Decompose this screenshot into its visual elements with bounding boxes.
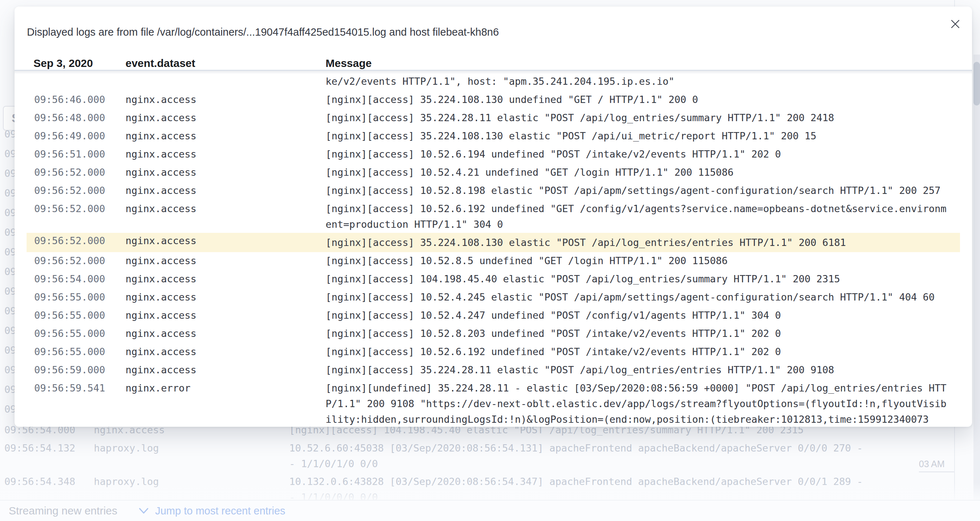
log-row-timestamp: 09:56:54.000 [34,271,105,287]
log-row-timestamp: 09:56:52.000 [34,253,105,269]
log-row-dataset: nginx.access [126,128,196,144]
log-file-flyout: Displayed logs are from file /var/log/co… [14,6,972,427]
log-row-timestamp: 09:56:52.000 [34,164,105,180]
log-row-timestamp: 09:56:55.000 [34,308,105,323]
column-header-message: Message [326,57,372,70]
log-row-dataset: nginx.error [126,380,191,396]
log-row[interactable]: 09:56:55.000nginx.access[nginx][access] … [27,326,960,341]
background-row-dataset: haproxy.log [94,440,159,456]
log-row-partial[interactable]: ke/v2/events HTTP/1.1", host: "apm.35.24… [27,73,960,89]
log-row-message: [nginx][access] 35.224.108.130 elastic "… [326,128,948,144]
log-row-timestamp: 09:56:46.000 [34,92,105,107]
column-header-dataset: event.dataset [126,57,195,70]
column-header-date: Sep 3, 2020 [33,57,93,70]
log-row-message: [nginx][access] 10.52.4.247 undefined "P… [326,308,948,323]
jump-to-recent-link[interactable]: Jump to most recent entries [155,505,285,517]
log-row[interactable]: 09:56:52.000nginx.access[nginx][access] … [27,253,960,269]
log-row[interactable]: 09:56:55.000nginx.access[nginx][access] … [27,344,960,360]
log-row-dataset: nginx.access [126,183,196,198]
log-row-message: [nginx][access] 10.52.4.245 elastic "POS… [326,289,948,305]
chevron-down-icon [138,507,149,515]
streaming-status-label: Streaming new entries [9,505,117,517]
log-row-message: [nginx][access] 35.224.108.130 undefined… [326,92,948,107]
log-row[interactable]: 09:56:52.000nginx.access[nginx][access] … [27,183,960,198]
log-row[interactable]: 09:56:48.000nginx.access[nginx][access] … [27,110,960,126]
log-row-dataset: nginx.access [126,253,196,269]
log-row[interactable]: 09:56:46.000nginx.access[nginx][access] … [27,92,960,107]
log-row-dataset: nginx.access [126,271,196,287]
log-row-dataset: nginx.access [126,362,196,378]
log-row-dataset: nginx.access [126,110,196,126]
scrollbar-thumb[interactable] [974,62,980,105]
log-row-timestamp: 09:56:48.000 [34,110,105,126]
log-row-dataset: nginx.access [126,233,196,249]
log-row-message: [nginx][access] 10.52.8.203 undefined "P… [326,326,948,341]
log-row-dataset: nginx.access [126,146,196,162]
log-row-timestamp: 09:56:55.000 [34,289,105,305]
log-row[interactable]: 09:56:52.000nginx.access[nginx][access] … [27,164,960,180]
log-row-dataset: nginx.access [126,344,196,360]
log-row-timestamp: 09:56:59.541 [34,380,105,396]
scrollbar-track[interactable] [974,54,980,521]
log-row-message: [nginx][access] 10.52.6.192 undefined "G… [326,201,948,232]
log-row-message: ke/v2/events HTTP/1.1", host: "apm.35.24… [326,73,948,89]
header-scroll-shadow [14,70,972,74]
log-row-message: [nginx][access] 10.52.6.194 undefined "P… [326,146,948,162]
log-row-dataset: nginx.access [126,289,196,305]
log-row-message: [nginx][access] 10.52.6.192 undefined "P… [326,344,948,360]
log-row-timestamp: 09:56:55.000 [34,326,105,341]
log-row-dataset: nginx.access [126,92,196,107]
stream-footer: Streaming new entries Jump to most recen… [0,500,980,521]
log-row-message: [nginx][access] 35.224.28.11 elastic "PO… [326,362,948,378]
log-row-message: [nginx][access] 104.198.45.40 elastic "P… [326,271,948,287]
log-row-dataset: nginx.access [126,164,196,180]
log-row[interactable]: 09:56:55.000nginx.access[nginx][access] … [27,308,960,323]
log-row-message: [nginx][undefined] 35.224.28.11 - elasti… [326,380,948,427]
log-row-timestamp: 09:56:52.000 [34,183,105,198]
log-row-message: [nginx][access] 35.224.28.11 elastic "PO… [326,110,948,126]
log-row-timestamp: 09:56:59.000 [34,362,105,378]
log-row[interactable]: 09:56:49.000nginx.access[nginx][access] … [27,128,960,144]
log-row-highlighted[interactable]: 09:56:52.000nginx.access[nginx][access] … [27,233,960,252]
background-log-row: 09:56:54.132haproxy.log10.52.6.60:45038 … [0,440,980,472]
log-row-message: [nginx][access] 35.224.108.130 elastic "… [326,235,948,250]
log-row[interactable]: 09:56:54.000nginx.access[nginx][access] … [27,271,960,287]
table-header: Sep 3, 2020 event.dataset Message [14,6,972,70]
log-row[interactable]: 09:56:52.000nginx.access[nginx][access] … [27,201,960,232]
log-row[interactable]: 09:56:51.000nginx.access[nginx][access] … [27,146,960,162]
log-row-message: [nginx][access] 10.52.4.21 undefined "GE… [326,164,948,180]
background-row-message: 10.52.6.60:45038 [03/Sep/2020:08:56:54.1… [289,440,871,472]
log-row[interactable]: 09:56:59.541nginx.error[nginx][undefined… [27,380,960,427]
log-row-dataset: nginx.access [126,308,196,323]
log-row-timestamp: 09:56:55.000 [34,344,105,360]
log-row[interactable]: 09:56:55.000nginx.access[nginx][access] … [27,289,960,305]
logs-stream-page: Se 090909090909090909090909090909 09:56:… [0,0,980,521]
time-ruler-tick [919,472,954,472]
log-row-dataset: nginx.access [126,326,196,341]
log-row-dataset: nginx.access [126,201,196,217]
log-row-timestamp: 09:56:49.000 [34,128,105,144]
log-row-message: [nginx][access] 10.52.8.5 undefined "GET… [326,253,948,269]
background-row-timestamp: 09:56:54.132 [4,440,75,456]
log-row-message: [nginx][access] 10.52.8.198 elastic "POS… [326,183,948,198]
log-row-timestamp: 09:56:51.000 [34,146,105,162]
log-entries-table[interactable]: ke/v2/events HTTP/1.1", host: "apm.35.24… [14,70,972,430]
time-ruler-label: 03 AM [919,459,945,469]
log-row-timestamp: 09:56:52.000 [34,233,105,249]
log-row-timestamp: 09:56:52.000 [34,201,105,217]
log-row[interactable]: 09:56:59.000nginx.access[nginx][access] … [27,362,960,378]
